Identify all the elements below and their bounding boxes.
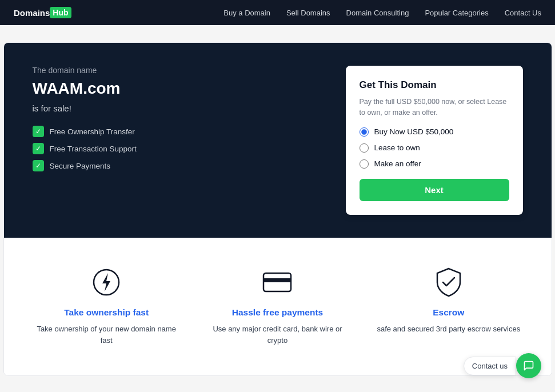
feature-hassle-free: Hassle free payments Use any major credi… [203, 266, 352, 347]
feature-title-escrow: Escrow [374, 307, 523, 318]
logo-hub: Hub [50, 7, 71, 18]
check-icon-transaction: ✓ [33, 143, 44, 154]
contact-fab: Contact us [464, 353, 541, 378]
feature-desc-escrow: safe and secured 3rd party escrow servic… [374, 323, 523, 335]
option-offer[interactable]: Make an offer [360, 159, 509, 169]
domain-card: Get This Domain Pay the full USD $50,000… [346, 66, 523, 215]
option-offer-label: Make an offer [374, 159, 421, 168]
check-icon-secure: ✓ [33, 160, 44, 171]
hero-left: The domain name WAAM.com is for sale! ✓ … [33, 66, 323, 171]
contact-circle-button[interactable] [516, 353, 541, 378]
nav-link-domain-consulting[interactable]: Domain Consulting [346, 9, 409, 17]
feature-title-payments: Hassle free payments [203, 307, 352, 318]
radio-lease[interactable] [360, 143, 369, 153]
feature-title-ownership: Take ownership fast [32, 307, 181, 318]
radio-buy-now[interactable] [360, 127, 369, 137]
feature-transaction-support: ✓ Free Transaction Support [33, 143, 323, 154]
feature-ownership-transfer: ✓ Free Ownership Transfer [33, 126, 323, 137]
logo[interactable]: DomainsHub [14, 7, 71, 18]
nav-link-sell-domains[interactable]: Sell Domains [286, 9, 330, 17]
domain-name: WAAM.com [33, 79, 323, 98]
option-buy-now[interactable]: Buy Now USD $50,000 [360, 127, 509, 137]
page-wrapper: The domain name WAAM.com is for sale! ✓ … [3, 42, 552, 376]
option-buy-now-label: Buy Now USD $50,000 [374, 127, 454, 136]
feature-label-secure: Secure Payments [50, 162, 111, 170]
nav-link-contact-us[interactable]: Contact Us [505, 9, 541, 17]
navbar: DomainsHub Buy a DomainSell DomainsDomai… [0, 0, 555, 25]
nav-links: Buy a DomainSell DomainsDomain Consultin… [223, 7, 541, 18]
option-lease-label: Lease to own [374, 143, 420, 152]
logo-text: Domains [14, 8, 50, 18]
features-list: ✓ Free Ownership Transfer ✓ Free Transac… [33, 126, 323, 171]
radio-group: Buy Now USD $50,000 Lease to own Make an… [360, 127, 509, 169]
contact-label: Contact us [464, 357, 516, 375]
hero-section: The domain name WAAM.com is for sale! ✓ … [4, 43, 552, 238]
nav-link-popular-categories[interactable]: Popular Categories [425, 9, 488, 17]
feature-desc-ownership: Take ownership of your new domain name f… [32, 323, 181, 347]
lightning-icon [90, 266, 122, 298]
feature-label-transaction: Free Transaction Support [50, 145, 137, 153]
domain-label: The domain name [33, 66, 323, 75]
svg-rect-2 [263, 278, 291, 282]
shield-icon [433, 266, 465, 298]
feature-desc-payments: Use any major credit card, bank wire or … [203, 323, 352, 347]
card-title: Get This Domain [360, 79, 509, 91]
next-button[interactable]: Next [360, 179, 509, 201]
radio-offer[interactable] [360, 159, 369, 169]
feature-escrow: Escrow safe and secured 3rd party escrow… [374, 266, 523, 335]
nav-link-buy-domain[interactable]: Buy a Domain [223, 9, 270, 17]
feature-label-ownership: Free Ownership Transfer [50, 127, 135, 136]
card-icon [261, 266, 293, 298]
feature-take-ownership: Take ownership fast Take ownership of yo… [32, 266, 181, 347]
feature-secure-payments: ✓ Secure Payments [33, 160, 323, 171]
card-subtitle: Pay the full USD $50,000 now, or select … [360, 97, 509, 118]
check-icon-ownership: ✓ [33, 126, 44, 137]
for-sale-text: is for sale! [33, 103, 323, 113]
option-lease[interactable]: Lease to own [360, 143, 509, 153]
